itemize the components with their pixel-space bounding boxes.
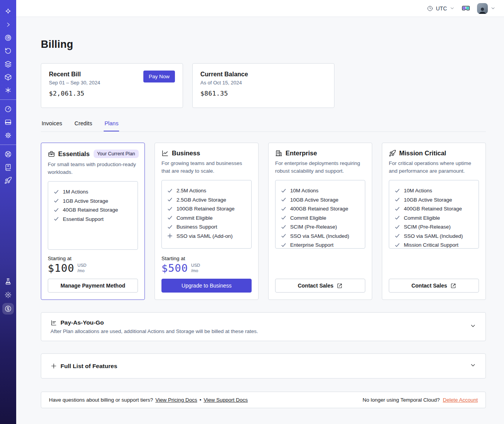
chevron-down-icon[interactable] (470, 362, 476, 370)
check-icon (54, 198, 59, 204)
usage-gauge-icon[interactable] (0, 103, 16, 116)
plan-feature-label: 1GB Active Storage (63, 198, 108, 204)
recent-bill-amount: $2,061.35 (49, 90, 175, 97)
rocket-icon[interactable] (0, 174, 16, 187)
view-support-docs-link[interactable]: View Support Docs (203, 397, 248, 403)
plan-feature: Commit Eligible (395, 215, 473, 221)
check-icon (395, 224, 400, 230)
plan-feature: SCIM (Pre-Release) (395, 224, 473, 230)
view-pricing-docs-link[interactable]: View Pricing Docs (155, 397, 197, 403)
plan-description: For growing teams and businesses that ar… (161, 160, 252, 175)
chevron-down-icon (491, 6, 496, 11)
check-icon (395, 242, 400, 248)
price-period: /mo (191, 268, 200, 274)
link-separator: • (200, 397, 202, 403)
history-clock-icon[interactable] (0, 44, 16, 57)
check-icon (281, 233, 286, 239)
footer-right-text: No longer using Temporal Cloud? (363, 397, 440, 403)
plan-card-mission-critical: Mission Critical For critical operations… (382, 143, 486, 300)
plan-feature-label: Commit Eligible (290, 215, 326, 221)
current-balance-amount: $861.35 (200, 90, 326, 97)
current-balance-card: Current Balance As of Oct 15, 2024 $861.… (192, 63, 334, 108)
accordion-title: Pay-As-You-Go (60, 319, 104, 326)
goggles-icon[interactable] (462, 5, 470, 12)
billing-tabs: Invoices Credits Plans (41, 118, 486, 132)
flask-icon[interactable] (0, 275, 16, 288)
plan-feature: 10GB Active Storage (395, 197, 473, 203)
page-title: Billing (41, 39, 486, 50)
lifebuoy-icon[interactable] (0, 148, 16, 161)
chevron-right-icon[interactable] (0, 18, 16, 31)
timezone-selector[interactable]: UTC (427, 5, 455, 12)
plan-feature-label: 400GB Retained Storage (290, 206, 348, 212)
avatar (477, 3, 488, 14)
plan-description: For critical operations where uptime and… (389, 160, 479, 175)
check-icon (281, 242, 286, 248)
plan-feature: 400GB Retained Storage (281, 206, 360, 212)
plan-card-essentials: Essentials Your Current Plan For small t… (41, 143, 145, 300)
plan-cards: Essentials Your Current Plan For small t… (41, 143, 486, 300)
upgrade-to-business-button[interactable]: Upgrade to Business (161, 279, 252, 293)
pay-as-you-go-accordion[interactable]: Pay-As-You-Go After Plan allocations are… (41, 312, 486, 341)
plan-feature-label: SSO via SAML (Included) (404, 233, 463, 239)
check-icon (167, 215, 173, 220)
tab-plans[interactable]: Plans (104, 118, 119, 131)
plan-feature-box: 2.5M Actions2.5GB Active Storage100GB Re… (161, 180, 252, 249)
delete-account-link[interactable]: Delete Account (443, 397, 478, 403)
cube-icon[interactable] (0, 71, 16, 84)
plan-feature-label: 40GB Retained Storage (63, 207, 118, 213)
summary-row: Recent Bill Sep 01 – Sep 30, 2024 $2,061… (41, 63, 486, 108)
price-label: Starting at (161, 256, 252, 261)
plan-name: Enterprise (286, 150, 317, 157)
plan-feature-box: 10M Actions10GB Active Storage400GB Reta… (275, 180, 365, 249)
plan-feature-label: SCIM (Pre-Release) (290, 224, 337, 230)
external-link-icon (450, 283, 456, 289)
namespaces-rings-icon[interactable] (0, 31, 16, 44)
contact-sales-button[interactable]: Contact Sales (275, 279, 365, 293)
check-icon (167, 188, 173, 193)
tab-credits[interactable]: Credits (74, 118, 93, 131)
navigator-star-icon[interactable] (0, 5, 16, 18)
tab-invoices[interactable]: Invoices (41, 118, 63, 131)
sidebar (0, 0, 16, 424)
plan-feature-label: 2.5M Actions (176, 188, 206, 193)
topbar: UTC (16, 0, 504, 17)
plan-feature: SSO via SAML (Included) (281, 233, 360, 239)
price-amount: $100 (48, 262, 74, 274)
layers-icon[interactable] (0, 57, 16, 71)
sidebar-divider (0, 99, 16, 100)
timezone-label: UTC (436, 5, 447, 12)
plan-name: Business (172, 150, 200, 157)
check-icon (395, 215, 400, 220)
check-icon (54, 189, 59, 195)
plan-feature-label: Commit Eligible (176, 215, 213, 221)
gear-icon[interactable] (0, 129, 16, 142)
footer-question: Have questions about billing or support … (49, 397, 153, 403)
chevron-down-icon[interactable] (470, 323, 476, 331)
plan-feature: Commit Eligible (281, 215, 360, 221)
plan-feature: 10M Actions (281, 188, 360, 193)
plan-feature-label: 10GB Active Storage (290, 197, 338, 203)
full-feature-list-accordion[interactable]: Full List of Features (41, 353, 486, 379)
billing-card-icon[interactable] (0, 116, 16, 129)
pay-now-button[interactable]: Pay Now (143, 71, 175, 82)
chevron-down-icon (450, 6, 455, 11)
plan-feature-label: SSO via SAML (Included) (290, 233, 349, 239)
contact-sales-button[interactable]: Contact Sales (389, 279, 479, 293)
check-icon (395, 197, 400, 202)
sidebar-item-billing-active[interactable] (2, 303, 14, 315)
plan-card-enterprise: Enterprise For enterprise deployments re… (268, 143, 372, 300)
plan-feature: 10GB Active Storage (281, 197, 360, 203)
plan-feature: 2.5GB Active Storage (167, 197, 246, 203)
asterisk-icon[interactable] (0, 84, 16, 97)
contact-sales-label: Contact Sales (298, 283, 334, 289)
briefcase-icon (48, 150, 55, 158)
manage-payment-method-button[interactable]: Manage Payment Method (48, 279, 138, 293)
check-icon (395, 233, 400, 239)
account-menu[interactable] (477, 3, 496, 14)
sparkle-icon[interactable] (0, 288, 16, 301)
rocket-icon (389, 150, 396, 157)
plan-feature-label: 400GB Retained Storage (404, 206, 462, 212)
docs-book-icon[interactable] (0, 161, 16, 174)
plan-feature-label: Mission Critical Support (404, 242, 459, 248)
